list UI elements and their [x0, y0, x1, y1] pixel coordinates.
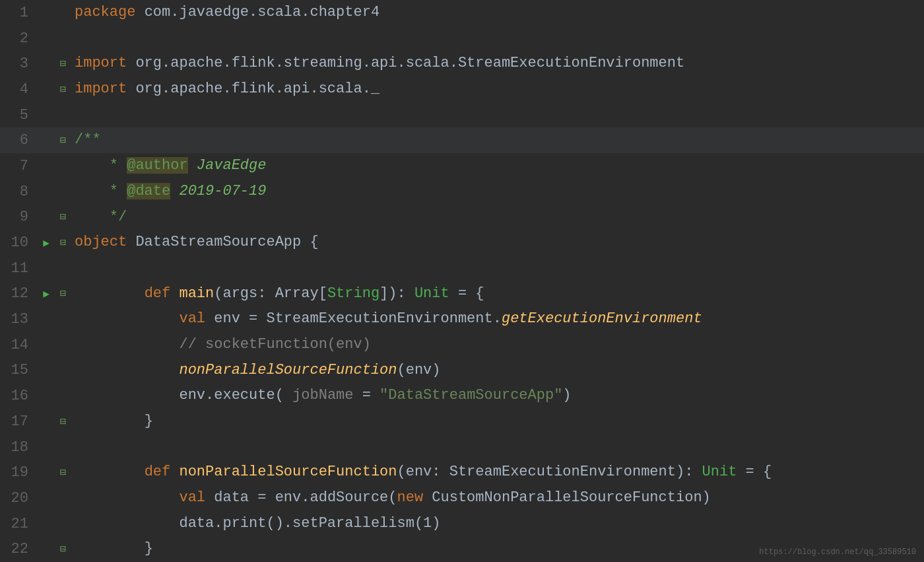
line-number: 4 [0, 81, 36, 98]
code-token: } [145, 413, 153, 429]
code-line: 7 * @author JavaEdge [0, 153, 924, 179]
code-token [188, 157, 197, 174]
code-token: main [179, 285, 214, 302]
fold-icon[interactable]: ⊟ [59, 236, 65, 249]
code-token: String [327, 285, 380, 302]
code-token: object [75, 234, 135, 250]
line-number: 20 [0, 490, 36, 507]
line-number: 9 [0, 209, 36, 225]
gutter-indicator[interactable]: ▶ [36, 287, 56, 300]
fold-icon[interactable]: ⊟ [59, 543, 65, 555]
code-content: import org.apache.flink.streaming.api.sc… [69, 51, 924, 77]
code-token: def [145, 285, 180, 302]
fold-icon[interactable]: ⊟ [59, 134, 65, 147]
fold-icon[interactable]: ⊟ [59, 211, 65, 223]
code-token: org.apache.flink.streaming.api.scala.Str… [135, 55, 684, 71]
code-token: DataStreamSourceApp [135, 234, 310, 250]
code-token: ]): [380, 285, 414, 302]
code-line: 20 val data = env.addSource(new CustomNo… [0, 485, 924, 511]
code-token: ): [676, 464, 702, 480]
code-content: def nonParallelSourceFunction(env: Strea… [69, 460, 924, 485]
code-token: nonParallelSourceFunction [179, 362, 397, 378]
code-token: package [75, 4, 145, 20]
code-token: data = env.addSource( [214, 489, 397, 506]
code-content: /** [69, 127, 924, 153]
code-token: Unit [702, 464, 737, 480]
code-token: JavaEdge [197, 157, 267, 174]
code-line: 3⊟import org.apache.flink.streaming.api.… [0, 51, 924, 77]
line-number: 8 [0, 184, 36, 200]
code-token: (env: [397, 464, 449, 480]
code-content: * @author JavaEdge [69, 153, 924, 179]
line-number: 14 [0, 337, 36, 353]
fold-marker[interactable]: ⊟ [56, 83, 69, 96]
code-token: * [110, 157, 127, 174]
code-token: (env) [397, 362, 441, 378]
code-token: val [179, 310, 214, 327]
line-number: 16 [0, 388, 36, 404]
code-token: new [397, 489, 432, 506]
code-line: 5 [0, 102, 924, 128]
code-line: 21 data.print().setParallelism(1) [0, 511, 924, 537]
run-icon[interactable]: ▶ [43, 236, 50, 250]
code-token: = { [737, 464, 772, 480]
code-content: import org.apache.flink.api.scala._ [69, 77, 924, 102]
watermark: https://blog.csdn.net/qq_33589510 [759, 547, 916, 557]
code-token: data.print().setParallelism(1) [179, 515, 440, 532]
code-token: getExecutionEnvironment [502, 310, 702, 327]
code-content: def main(args: Array[String]): Unit = { [69, 281, 924, 307]
fold-marker[interactable]: ⊟ [56, 287, 69, 300]
run-icon[interactable]: ▶ [43, 287, 50, 300]
code-token: env = [214, 310, 266, 327]
code-line: 9⊟ */ [0, 205, 924, 230]
code-token: nonParallelSourceFunction [179, 464, 397, 480]
fold-icon[interactable]: ⊟ [59, 287, 65, 300]
fold-icon[interactable]: ⊟ [59, 57, 65, 70]
fold-marker[interactable]: ⊟ [56, 543, 69, 555]
code-token: = { [449, 285, 484, 302]
fold-icon[interactable]: ⊟ [59, 83, 65, 96]
fold-marker[interactable]: ⊟ [56, 415, 69, 428]
code-content: // socketFunction(env) [69, 332, 924, 358]
code-token: StreamExecutionEnvironment [449, 464, 676, 480]
code-token: StreamExecutionEnvironment. [266, 310, 501, 327]
code-line: 12▶⊟ def main(args: Array[String]): Unit… [0, 281, 924, 307]
code-token: jobName [292, 387, 353, 404]
gutter-indicator[interactable]: ▶ [36, 236, 56, 250]
code-token: import [75, 81, 135, 97]
highlight-tag: @author [127, 157, 187, 174]
fold-marker[interactable]: ⊟ [56, 211, 69, 223]
fold-icon[interactable]: ⊟ [59, 415, 65, 428]
code-token: = [354, 387, 380, 404]
code-token: { [310, 234, 318, 250]
code-token: import [75, 55, 135, 71]
code-token: env.execute( [179, 387, 292, 404]
code-token: ) [562, 387, 571, 404]
code-token: } [145, 540, 153, 557]
line-number: 12 [0, 285, 36, 302]
code-token: Unit [414, 285, 449, 302]
fold-marker[interactable]: ⊟ [56, 57, 69, 70]
code-content: env.execute( jobName = "DataStreamSource… [69, 383, 924, 409]
code-line: 19⊟ def nonParallelSourceFunction(env: S… [0, 460, 924, 485]
code-token: CustomNonParallelSourceFunction) [432, 489, 710, 506]
code-line: 16 env.execute( jobName = "DataStreamSou… [0, 383, 924, 409]
line-number: 17 [0, 413, 36, 430]
code-token [170, 183, 179, 199]
line-number: 13 [0, 311, 36, 328]
code-line: 17⊟ } [0, 409, 924, 435]
code-token: */ [110, 209, 127, 225]
code-token: def [145, 464, 180, 480]
code-line: 6⊟/** [0, 127, 924, 153]
code-token: Array[ [275, 285, 327, 302]
highlight-tag: @date [127, 183, 170, 199]
code-token: args [222, 285, 257, 302]
code-content: val data = env.addSource(new CustomNonPa… [69, 485, 924, 511]
code-editor: 1package com.javaedge.scala.chapter423⊟i… [0, 0, 924, 562]
fold-marker[interactable]: ⊟ [56, 466, 69, 479]
line-number: 15 [0, 362, 36, 378]
fold-icon[interactable]: ⊟ [59, 466, 65, 479]
fold-marker[interactable]: ⊟ [56, 134, 69, 147]
fold-marker[interactable]: ⊟ [56, 236, 69, 249]
code-token: * [110, 183, 127, 199]
